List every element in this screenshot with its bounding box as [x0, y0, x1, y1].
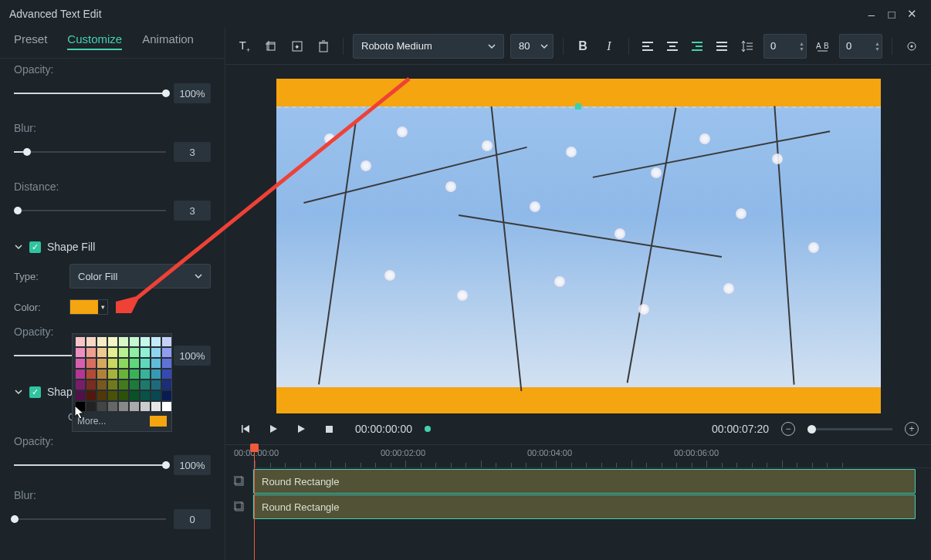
color-cell[interactable] — [140, 337, 150, 346]
more-colors-button[interactable]: More... — [77, 416, 106, 427]
color-grid[interactable] — [76, 337, 168, 411]
color-cell[interactable] — [76, 380, 85, 390]
fill-opacity-value[interactable] — [174, 346, 211, 366]
delete-icon[interactable] — [313, 36, 333, 56]
timeline-clip[interactable]: Round Rectangle — [253, 469, 916, 494]
shape-bottom-band[interactable] — [276, 387, 881, 413]
blur-slider[interactable] — [14, 142, 211, 162]
color-cell[interactable] — [76, 391, 85, 400]
crop-icon[interactable] — [261, 36, 281, 56]
font-size-select[interactable]: 80 — [510, 34, 554, 59]
color-cell[interactable] — [108, 380, 117, 390]
color-cell[interactable] — [130, 359, 139, 368]
color-cell[interactable] — [76, 402, 85, 411]
char-spacing-icon[interactable]: AB — [813, 36, 833, 56]
color-cell[interactable] — [119, 402, 128, 411]
color-cell[interactable] — [76, 369, 85, 379]
stop-button[interactable] — [321, 425, 337, 433]
shape-border-checkbox[interactable]: ✓ — [29, 386, 41, 398]
color-cell[interactable] — [140, 369, 150, 379]
distance-value[interactable] — [174, 201, 211, 221]
color-cell[interactable] — [130, 402, 139, 411]
chevron-down-icon[interactable] — [14, 387, 23, 396]
color-cell[interactable] — [86, 348, 96, 357]
border-opacity-slider[interactable] — [14, 455, 211, 475]
color-cell[interactable] — [86, 402, 96, 411]
color-cell[interactable] — [97, 391, 107, 400]
color-cell[interactable] — [97, 369, 107, 379]
color-cell[interactable] — [130, 348, 139, 357]
timeline-clip[interactable]: Round Rectangle — [253, 494, 916, 519]
resize-handle[interactable] — [575, 103, 581, 110]
color-cell[interactable] — [162, 359, 171, 368]
color-cell[interactable] — [162, 391, 171, 400]
color-cell[interactable] — [86, 391, 96, 400]
border-blur-slider[interactable] — [14, 509, 211, 529]
color-cell[interactable] — [151, 391, 161, 400]
maximize-button[interactable]: □ — [882, 8, 902, 21]
color-cell[interactable] — [130, 391, 139, 400]
color-cell[interactable] — [140, 348, 150, 357]
color-cell[interactable] — [130, 380, 139, 390]
color-cell[interactable] — [119, 337, 128, 346]
color-cell[interactable] — [162, 348, 171, 357]
zoom-in-button[interactable]: + — [905, 422, 919, 436]
color-cell[interactable] — [108, 348, 117, 357]
color-cell[interactable] — [76, 337, 85, 346]
tab-customize[interactable]: Customize — [67, 32, 122, 50]
add-text-icon[interactable]: T+ — [235, 36, 255, 56]
color-cell[interactable] — [162, 337, 171, 346]
color-cell[interactable] — [130, 369, 139, 379]
color-cell[interactable] — [86, 337, 96, 346]
color-cell[interactable] — [97, 380, 107, 390]
align-right-icon[interactable] — [688, 37, 706, 56]
preview-canvas[interactable] — [276, 79, 881, 413]
close-button[interactable]: ✕ — [902, 7, 922, 21]
color-cell[interactable] — [86, 369, 96, 379]
align-justify-icon[interactable] — [713, 37, 731, 56]
color-cell[interactable] — [151, 348, 161, 357]
color-cell[interactable] — [140, 380, 150, 390]
border-opacity-value[interactable] — [174, 455, 211, 475]
zoom-slider[interactable] — [807, 428, 892, 430]
color-cell[interactable] — [119, 359, 128, 368]
align-center-icon[interactable] — [663, 37, 682, 56]
color-cell[interactable] — [108, 337, 117, 346]
color-cell[interactable] — [108, 369, 117, 379]
italic-icon[interactable]: I — [599, 36, 619, 56]
fill-color-swatch[interactable]: ▾ — [69, 299, 108, 315]
prev-frame-button[interactable] — [238, 424, 253, 433]
marker-dot[interactable] — [425, 426, 431, 432]
color-cell[interactable] — [119, 391, 128, 400]
color-cell[interactable] — [97, 337, 107, 346]
timeline-ruler[interactable]: 00:00:00:0000:00:02:0000:00:04:0000:00:0… — [253, 445, 931, 468]
track-gutter-icon[interactable] — [225, 494, 253, 519]
color-cell[interactable] — [140, 359, 150, 368]
color-cell[interactable] — [151, 337, 161, 346]
color-cell[interactable] — [108, 391, 117, 400]
play-forward-button[interactable] — [293, 424, 309, 433]
color-cell[interactable] — [119, 380, 128, 390]
color-cell[interactable] — [151, 359, 161, 368]
color-cell[interactable] — [97, 348, 107, 357]
color-cell[interactable] — [97, 359, 107, 368]
color-cell[interactable] — [76, 359, 85, 368]
minimize-button[interactable]: – — [862, 8, 882, 21]
color-cell[interactable] — [86, 359, 96, 368]
color-cell[interactable] — [76, 348, 85, 357]
color-cell[interactable] — [86, 380, 96, 390]
color-cell[interactable] — [140, 391, 150, 400]
font-select[interactable]: Roboto Medium — [353, 34, 504, 59]
tab-preset[interactable]: Preset — [14, 32, 47, 50]
chevron-down-icon[interactable] — [14, 242, 23, 251]
playhead[interactable] — [254, 445, 255, 560]
tab-animation[interactable]: Animation — [142, 32, 194, 50]
distance-slider[interactable] — [14, 201, 211, 221]
blur-value[interactable] — [174, 142, 211, 162]
shape-top-band[interactable] — [276, 79, 881, 106]
line-spacing-input[interactable]: 0 ▲▼ — [763, 34, 807, 59]
color-cell[interactable] — [108, 402, 117, 411]
type-select[interactable]: Color Fill — [69, 264, 211, 288]
color-cell[interactable] — [162, 380, 171, 390]
shape-fill-checkbox[interactable]: ✓ — [29, 241, 41, 253]
